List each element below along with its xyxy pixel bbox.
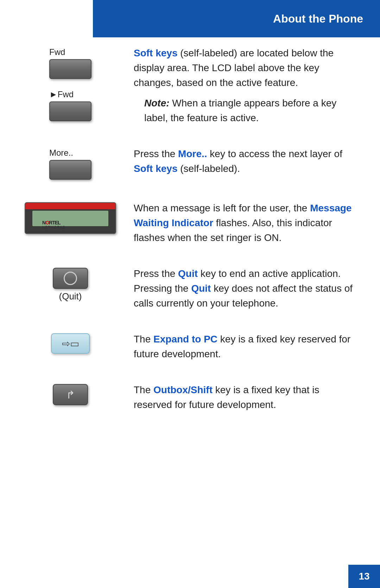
quit-text: Press the Quit key to end an active appl…: [120, 266, 359, 311]
quit-image: (Quit): [21, 266, 120, 302]
outbox-text: The Outbox/Shift key is a fixed key that…: [120, 383, 359, 412]
quit-term-1: Quit: [178, 268, 198, 279]
page-number: 13: [359, 571, 369, 582]
soft-keys-row: Fwd ►Fwd Soft keys (self-labeled) are lo…: [21, 46, 359, 125]
more-text-prefix: Press the: [134, 148, 178, 159]
expand-key[interactable]: ⇨▭: [51, 333, 90, 354]
outbox-shift-icon: ↱: [66, 389, 75, 401]
outbox-prefix: The: [134, 384, 153, 395]
mwi-image: NORTEL NETWORKS: [21, 201, 120, 234]
mwi-prefix: When a message is left for the user, the: [134, 203, 310, 213]
outbox-image: ↱: [21, 383, 120, 405]
soft-keys-term-2: Soft keys: [134, 163, 178, 174]
header-bar: About the Phone: [93, 0, 380, 37]
expand-pc-text: The Expand to PC key is a fixed key rese…: [120, 332, 359, 361]
fwd-key-2[interactable]: [49, 101, 91, 121]
mwi-text: When a message is left for the user, the…: [120, 201, 359, 245]
expand-term: Expand to PC: [153, 334, 217, 345]
soft-keys-term: Soft keys: [134, 48, 178, 58]
fwd-key-1[interactable]: [49, 59, 91, 79]
outbox-row: ↱ The Outbox/Shift key is a fixed key th…: [21, 383, 359, 412]
page-title: About the Phone: [273, 12, 363, 25]
note-text: When a triangle appears before a key lab…: [144, 98, 336, 123]
mwi-red-bar: [25, 203, 115, 209]
expand-pc-image: ⇨▭: [21, 332, 120, 354]
more-key-row: More.. Press the More.. key to access th…: [21, 147, 359, 180]
quit-term-2: Quit: [191, 283, 211, 294]
more-term: More..: [178, 148, 207, 159]
soft-keys-text: Soft keys (self-labeled) are located bel…: [120, 46, 359, 125]
quit-label: (Quit): [59, 291, 82, 302]
expand-pc-icon: ⇨▭: [62, 338, 79, 349]
main-content: Fwd ►Fwd Soft keys (self-labeled) are lo…: [21, 46, 359, 560]
expand-prefix: The: [134, 334, 153, 345]
nortel-logo: NORTEL: [42, 220, 61, 225]
more-key-text: Press the More.. key to access the next …: [120, 147, 359, 176]
more-key[interactable]: [49, 160, 91, 180]
quit-prefix: Press the: [134, 268, 178, 279]
quit-row: (Quit) Press the Quit key to end an acti…: [21, 266, 359, 311]
more-text-mid: key to access the next layer of: [207, 148, 342, 159]
mwi-row: NORTEL NETWORKS When a message is left f…: [21, 201, 359, 245]
more-key-image: More..: [21, 147, 120, 180]
more-label: More..: [49, 148, 91, 158]
quit-key[interactable]: [53, 268, 88, 289]
fwd-label-2: ►Fwd: [49, 89, 91, 99]
expand-pc-row: ⇨▭ The Expand to PC key is a fixed key r…: [21, 332, 359, 361]
page-number-box: 13: [348, 565, 380, 588]
quit-key-wrap: (Quit): [53, 268, 88, 302]
mwi-box: NORTEL NETWORKS: [25, 202, 116, 234]
note-label: Note:: [144, 98, 170, 109]
mwi-screen: NORTEL NETWORKS: [32, 211, 108, 226]
outbox-key[interactable]: ↱: [53, 384, 88, 405]
more-text-suffix: (self-labeled).: [178, 163, 240, 174]
outbox-term: Outbox/Shift: [153, 384, 213, 395]
quit-key-circle-icon: [64, 272, 77, 285]
fwd-label-1: Fwd: [49, 47, 91, 57]
nortel-sub: NETWORKS: [42, 225, 65, 229]
soft-keys-images: Fwd ►Fwd: [21, 46, 120, 121]
